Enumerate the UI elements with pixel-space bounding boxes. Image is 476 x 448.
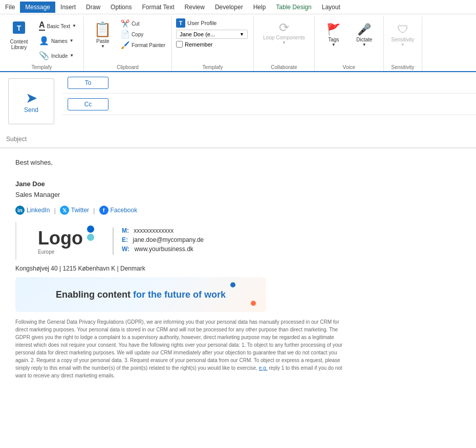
- send-button[interactable]: ➤ Send: [8, 78, 54, 124]
- user-profile-value: Jane Doe (e...: [180, 31, 215, 37]
- copy-icon: 📄: [121, 30, 129, 38]
- mobile-line: M: xxxxxxxxxxxxx: [122, 227, 204, 234]
- basic-text-dropdown-icon: ▼: [72, 24, 76, 28]
- voice-label: Voice: [319, 62, 379, 70]
- menu-bar: File Message Insert Draw Options Format …: [0, 0, 476, 14]
- cc-field-row: Cc: [62, 94, 476, 115]
- names-button[interactable]: 👤 Names ▼: [36, 34, 79, 48]
- menu-developer[interactable]: Developer: [210, 2, 248, 13]
- mobile-label: M:: [122, 227, 129, 234]
- send-icon: ➤: [26, 89, 37, 106]
- sensitivity-group: 🛡 Sensitivity ▼ Sensitivity: [384, 16, 422, 71]
- svg-text:T: T: [17, 24, 21, 32]
- user-profile-title: User Profile: [187, 20, 217, 26]
- paste-button[interactable]: 📋 Paste ▼: [88, 18, 118, 52]
- dictate-button[interactable]: 🎤 Dictate ▼: [350, 18, 379, 52]
- menu-options[interactable]: Options: [105, 2, 137, 13]
- linkedin-icon: in: [15, 206, 25, 215]
- twitter-link[interactable]: 𝕏 Twitter: [60, 206, 89, 215]
- banner-dot-orange: [251, 301, 256, 306]
- gdpr-link[interactable]: e.g.: [259, 365, 268, 371]
- tags-dropdown-icon: ▼: [332, 42, 336, 47]
- banner-normal-text: Enabling content: [56, 289, 133, 300]
- linkedin-link[interactable]: in LinkedIn: [15, 206, 50, 215]
- banner-text: Enabling content for the future of work: [56, 289, 226, 300]
- to-field-row: To: [62, 72, 476, 94]
- email-compose-area: ➤ Send To Cc: [0, 72, 476, 148]
- content-library-icon: T: [12, 20, 26, 37]
- paste-dropdown-icon: ▼: [101, 44, 105, 49]
- remember-label: Remember: [185, 41, 212, 48]
- tags-icon: 🚩: [327, 24, 340, 35]
- voice-group: 🚩 Tags ▼ 🎤 Dictate ▼ Voice: [315, 16, 384, 71]
- web-line: W: www.yourbusiness.dk: [122, 245, 204, 253]
- banner-highlight-text: for the future of work: [133, 289, 226, 300]
- logo-text: Logo: [38, 228, 83, 249]
- signature-card: Logo Europe M: xxxxxxxxxxxxx E: jane.doe…: [15, 222, 461, 260]
- cut-icon: ✂️: [121, 19, 129, 28]
- basic-text-button[interactable]: A Basic Text ▼: [36, 18, 79, 33]
- loop-label: Loop Components: [263, 35, 305, 40]
- logo-area: Logo Europe: [16, 228, 114, 255]
- user-profile-dropdown[interactable]: Jane Doe (e... ▼: [176, 30, 248, 39]
- social-links: in LinkedIn | 𝕏 Twitter | f Facebook: [15, 206, 461, 215]
- copy-button[interactable]: 📄 Copy: [119, 29, 167, 39]
- cc-button[interactable]: Cc: [68, 98, 109, 110]
- sender-name: Jane Doe: [15, 180, 461, 188]
- remember-checkbox[interactable]: [176, 41, 183, 48]
- logo-dot-blue: [87, 226, 94, 233]
- gdpr-text: Following the General Data Privacy Regul…: [15, 318, 343, 379]
- email-body[interactable]: Best wishes, Jane Doe Sales Manager in L…: [0, 148, 476, 390]
- dictate-dropdown-icon: ▼: [362, 42, 366, 47]
- to-button[interactable]: To: [68, 77, 109, 89]
- sender-title: Sales Manager: [15, 191, 461, 198]
- facebook-label: Facebook: [111, 207, 138, 214]
- dictate-icon: 🎤: [357, 24, 371, 35]
- mobile-value: xxxxxxxxxxxxx: [134, 227, 174, 234]
- format-painter-button[interactable]: 🖌️ Format Painter: [119, 40, 167, 50]
- loop-components-button[interactable]: ⟳ Loop Components ▼: [258, 18, 310, 47]
- address-line: Kongshøjvej 40 | 1215 København K | Denm…: [15, 265, 461, 272]
- content-library-label: Content Library: [4, 39, 34, 50]
- content-library-button[interactable]: T Content Library: [4, 18, 34, 52]
- facebook-icon: f: [99, 206, 109, 215]
- templafy-t-icon: T: [176, 18, 185, 28]
- logo-europe-text: Europe: [38, 249, 54, 255]
- paste-icon: 📋: [94, 23, 112, 37]
- menu-draw[interactable]: Draw: [81, 2, 105, 13]
- menu-format-text[interactable]: Format Text: [137, 2, 179, 13]
- email-contact-label: E:: [122, 236, 128, 243]
- banner: Enabling content for the future of work: [15, 277, 266, 312]
- menu-message[interactable]: Message: [20, 2, 55, 13]
- templafy-group-1: T Content Library A Basic Text ▼ 👤 Names…: [0, 16, 84, 71]
- menu-insert[interactable]: Insert: [55, 2, 81, 13]
- templafy2-label: Templafy: [176, 62, 249, 70]
- to-input[interactable]: [114, 77, 476, 88]
- web-value: www.yourbusiness.dk: [134, 245, 193, 253]
- menu-table-design[interactable]: Table Design: [271, 2, 316, 13]
- format-painter-icon: 🖌️: [121, 41, 129, 49]
- facebook-link[interactable]: f Facebook: [99, 206, 138, 215]
- menu-review[interactable]: Review: [180, 2, 210, 13]
- menu-file[interactable]: File: [0, 2, 20, 13]
- cc-input[interactable]: [114, 99, 476, 110]
- collaborate-label: Collaborate: [258, 62, 310, 70]
- sensitivity-icon: 🛡: [397, 24, 408, 35]
- include-button[interactable]: 📎 Include ▼: [36, 49, 79, 62]
- menu-layout[interactable]: Layout: [317, 2, 345, 13]
- sensitivity-button[interactable]: 🛡 Sensitivity ▼: [388, 18, 418, 52]
- include-dropdown-icon: ▼: [70, 53, 74, 58]
- basic-text-icon: A: [39, 20, 45, 31]
- clipboard-label: Clipboard: [88, 62, 167, 70]
- banner-dot-blue: [230, 282, 235, 287]
- loop-dropdown-icon: ▼: [282, 40, 286, 45]
- twitter-icon: 𝕏: [60, 206, 69, 215]
- loop-icon: ⟳: [279, 20, 289, 35]
- menu-help[interactable]: Help: [248, 2, 271, 13]
- subject-input[interactable]: [6, 136, 470, 143]
- tags-button[interactable]: 🚩 Tags ▼: [319, 18, 349, 52]
- user-profile-header: T User Profile: [176, 18, 249, 28]
- linkedin-label: LinkedIn: [27, 207, 50, 214]
- names-icon: 👤: [39, 36, 49, 46]
- cut-button[interactable]: ✂️ Cut: [119, 18, 167, 29]
